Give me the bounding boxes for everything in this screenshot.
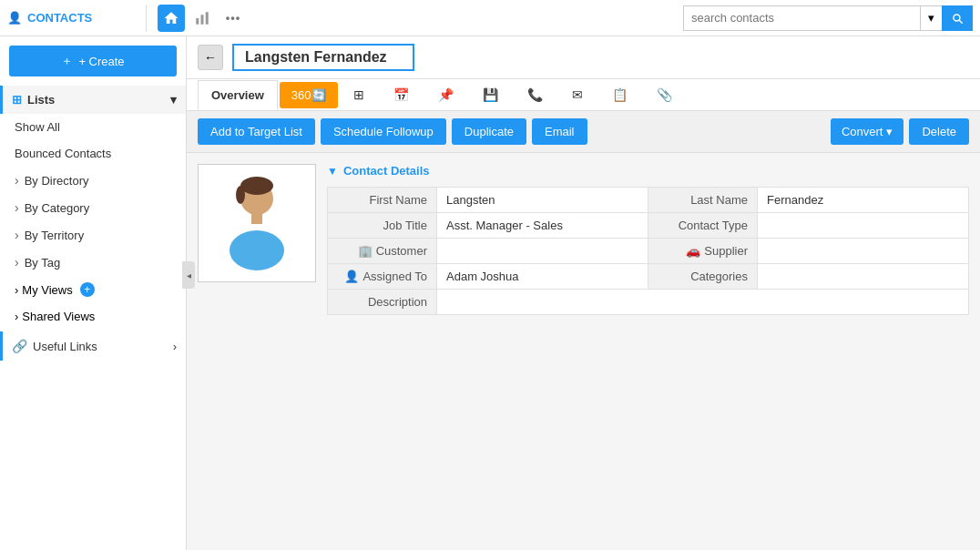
svg-rect-0 bbox=[196, 18, 199, 25]
contact-details-table: First Name Langsten Last Name Fernandez … bbox=[327, 187, 969, 315]
more-options-button[interactable]: ••• bbox=[219, 5, 247, 32]
arrow-icon-2: › bbox=[15, 310, 18, 323]
avatar-image bbox=[211, 173, 302, 273]
action-bar: Add to Target List Schedule Followup Dup… bbox=[187, 111, 980, 153]
customer-icon: 🏢 bbox=[358, 244, 373, 258]
last-name-value: Fernandez bbox=[758, 188, 969, 213]
tab-overview[interactable]: Overview bbox=[198, 80, 278, 110]
assigned-to-icon: 👤 bbox=[344, 270, 359, 283]
last-name-label: Last Name bbox=[648, 188, 758, 213]
sidebar-item-by-tag[interactable]: By Tag bbox=[0, 249, 186, 276]
svg-rect-7 bbox=[251, 213, 262, 224]
first-name-value: Langsten bbox=[437, 188, 648, 213]
section-chevron: ▼ bbox=[327, 165, 338, 178]
contacts-logo: 👤 bbox=[7, 11, 22, 25]
main-content: ← Langsten Fernandez Overview 360🔄 ⊞ 📅 📌… bbox=[187, 36, 980, 550]
add-view-button[interactable]: + bbox=[80, 282, 95, 297]
supplier-value bbox=[758, 239, 969, 264]
tab-calendar[interactable]: 📅 bbox=[380, 79, 423, 110]
sidebar-item-bounced-contacts[interactable]: Bounced Contacts bbox=[0, 140, 186, 167]
convert-dropdown-arrow: ▾ bbox=[886, 125, 893, 138]
categories-value bbox=[758, 264, 969, 290]
duplicate-button[interactable]: Duplicate bbox=[452, 118, 526, 145]
arrow-icon: › bbox=[15, 283, 18, 297]
tab-note[interactable]: 📋 bbox=[598, 79, 641, 110]
job-title-value: Asst. Manager - Sales bbox=[437, 213, 648, 239]
right-actions: Convert ▾ Delete bbox=[831, 118, 969, 145]
tab-bar: Overview 360🔄 ⊞ 📅 📌 💾 📞 ✉ bbox=[187, 79, 980, 111]
tab-attach[interactable]: 📎 bbox=[643, 79, 686, 110]
grid-icon: ⊞ bbox=[12, 93, 22, 107]
tab-table[interactable]: ⊞ bbox=[340, 79, 378, 110]
section-title: ▼ Contact Details bbox=[327, 164, 969, 178]
top-nav: 👤 CONTACTS ••• ▾ bbox=[0, 0, 980, 36]
description-value bbox=[437, 290, 969, 315]
table-row: Job Title Asst. Manager - Sales Contact … bbox=[328, 213, 969, 239]
categories-label: Categories bbox=[648, 264, 758, 290]
convert-button[interactable]: Convert ▾ bbox=[831, 118, 904, 145]
back-button[interactable]: ← bbox=[198, 45, 223, 70]
description-label: Description bbox=[328, 290, 437, 315]
svg-point-5 bbox=[236, 186, 245, 204]
table-row: 👤 Assigned To Adam Joshua Categories bbox=[328, 264, 969, 290]
sidebar-item-my-views[interactable]: › My Views + bbox=[0, 276, 186, 303]
add-to-target-button[interactable]: Add to Target List bbox=[198, 118, 315, 145]
table-row: Description bbox=[328, 290, 969, 315]
assigned-to-value: Adam Joshua bbox=[437, 264, 648, 290]
sidebar-item-by-directory[interactable]: By Directory bbox=[0, 167, 186, 194]
avatar-box bbox=[198, 164, 316, 282]
sidebar: ＋ + Create ⊞ Lists ▾ Show All Bounced Co… bbox=[0, 36, 187, 550]
svg-rect-1 bbox=[201, 15, 204, 25]
svg-rect-2 bbox=[206, 12, 209, 25]
svg-point-6 bbox=[230, 230, 284, 270]
table-row: First Name Langsten Last Name Fernandez bbox=[328, 188, 969, 213]
sidebar-item-useful-links[interactable]: 🔗 Useful Links › bbox=[0, 331, 186, 361]
search-input[interactable] bbox=[683, 5, 920, 31]
content-body: ▼ Contact Details First Name Langsten La… bbox=[187, 153, 980, 550]
sidebar-item-by-category[interactable]: By Category bbox=[0, 194, 186, 221]
sidebar-item-show-all[interactable]: Show All bbox=[0, 114, 186, 140]
link-icon: 🔗 bbox=[12, 339, 27, 353]
delete-button[interactable]: Delete bbox=[909, 118, 969, 145]
email-button[interactable]: Email bbox=[532, 118, 587, 145]
contact-type-value bbox=[758, 213, 969, 239]
app-title: 👤 CONTACTS bbox=[7, 11, 135, 25]
schedule-followup-button[interactable]: Schedule Followup bbox=[321, 118, 446, 145]
chevron-right-icon: › bbox=[173, 340, 177, 353]
bar-chart-button[interactable] bbox=[189, 5, 216, 32]
details-section: ▼ Contact Details First Name Langsten La… bbox=[327, 164, 969, 539]
contact-name: Langsten Fernandez bbox=[232, 44, 414, 71]
sidebar-item-shared-views[interactable]: › Shared Views bbox=[0, 303, 186, 330]
content-header: ← Langsten Fernandez bbox=[187, 36, 980, 79]
sidebar-item-by-territory[interactable]: By Territory bbox=[0, 221, 186, 249]
tab-phone[interactable]: 📞 bbox=[514, 79, 556, 110]
svg-point-4 bbox=[240, 177, 273, 195]
lists-header[interactable]: ⊞ Lists ▾ bbox=[3, 86, 186, 114]
chevron-icon: ▾ bbox=[170, 93, 177, 107]
contact-type-label: Contact Type bbox=[648, 213, 758, 239]
sidebar-collapse-handle[interactable]: ◂ bbox=[182, 261, 195, 289]
search-dropdown-button[interactable]: ▾ bbox=[920, 5, 942, 31]
search-submit-button[interactable] bbox=[942, 5, 973, 31]
supplier-icon: 🚗 bbox=[686, 244, 700, 258]
tab-save[interactable]: 💾 bbox=[469, 79, 512, 110]
create-button[interactable]: ＋ + Create bbox=[9, 46, 177, 76]
assigned-to-label: 👤 Assigned To bbox=[328, 264, 437, 290]
tab-360[interactable]: 360🔄 bbox=[280, 82, 338, 108]
customer-label: 🏢 Customer bbox=[328, 239, 437, 264]
search-wrapper: ▾ bbox=[683, 5, 973, 31]
main-layout: ＋ + Create ⊞ Lists ▾ Show All Bounced Co… bbox=[0, 36, 980, 550]
sidebar-lists-section: ⊞ Lists ▾ bbox=[0, 86, 186, 114]
avatar-section bbox=[198, 164, 316, 539]
table-row: 🏢 Customer 🚗 Supplier bbox=[328, 239, 969, 264]
tab-email-icon[interactable]: ✉ bbox=[558, 79, 597, 110]
supplier-label: 🚗 Supplier bbox=[648, 239, 758, 264]
job-title-label: Job Title bbox=[328, 213, 437, 239]
tab-pin[interactable]: 📌 bbox=[424, 79, 467, 110]
customer-value bbox=[437, 239, 648, 264]
home-button[interactable] bbox=[158, 5, 185, 32]
first-name-label: First Name bbox=[328, 188, 437, 213]
